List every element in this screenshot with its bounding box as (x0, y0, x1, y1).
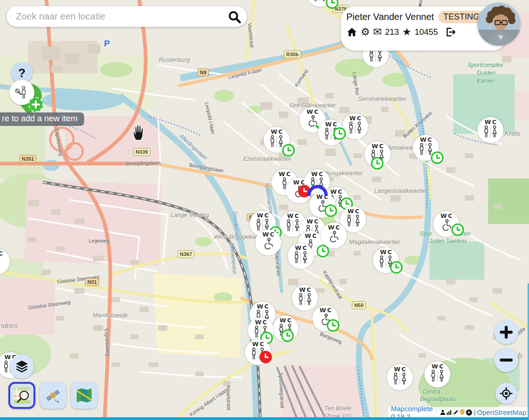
minus-icon (499, 353, 514, 368)
basemap-style-bar (8, 382, 98, 409)
settings-gear-icon[interactable]: ⚙ (361, 27, 370, 37)
theme-pin-icon[interactable] (459, 409, 465, 415)
zoom-in-button[interactable] (494, 320, 518, 344)
bottom-accent-bar (0, 417, 529, 420)
layers-button[interactable] (10, 354, 34, 379)
plus-icon (28, 97, 43, 112)
add-item-tooltip: re to add a new item (0, 112, 84, 126)
hand-cursor (131, 124, 147, 141)
home-icon[interactable] (346, 26, 357, 38)
search-icon[interactable] (227, 10, 241, 24)
attribution-separator: | (474, 408, 476, 416)
user-name: Pieter Vander Vennet (346, 12, 434, 22)
crosshair-icon (499, 387, 513, 400)
logout-icon[interactable] (445, 26, 456, 38)
osm-logo-icon[interactable] (466, 409, 472, 416)
layers-icon (15, 360, 29, 374)
messages-count: 213 (385, 27, 399, 37)
user-avatar[interactable] (477, 3, 520, 46)
contributors-icon[interactable] (440, 409, 446, 415)
osm-carto-icon (13, 386, 31, 405)
mapcomplete-app: RustenburgBrugge-Sint-PietersSportcomple… (0, 0, 529, 420)
osm-attribution-link[interactable]: OpenStreetMap (477, 408, 526, 416)
basemap-map-button[interactable] (71, 382, 98, 409)
search-bar[interactable] (7, 6, 247, 27)
geolocate-button[interactable] (496, 383, 517, 404)
edit-pencil-icon[interactable] (453, 409, 459, 415)
satellite-icon (44, 386, 62, 405)
basemap-osm-button[interactable] (8, 382, 35, 409)
plus-icon (499, 325, 514, 340)
basemap-satellite-button[interactable] (40, 382, 66, 409)
stars-count: 10455 (415, 27, 438, 37)
star-icon[interactable]: ★ (402, 27, 411, 37)
messages-envelope-icon[interactable]: ✉ (373, 27, 382, 37)
stats-icon[interactable] (446, 409, 452, 415)
zoom-out-button[interactable] (494, 348, 518, 372)
folded-map-icon (75, 386, 93, 405)
search-input[interactable] (15, 11, 227, 22)
attribution-bar: Mapcomplete 0.18.2 | OpenStreetMap (388, 407, 529, 418)
